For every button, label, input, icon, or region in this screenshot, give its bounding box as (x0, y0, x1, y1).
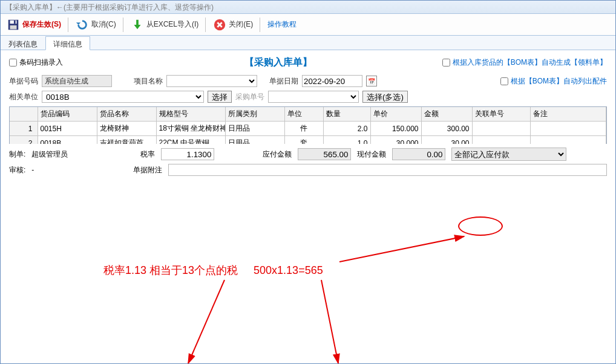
party-select[interactable]: 0018B (42, 91, 204, 103)
audit-label: 审核: (9, 165, 25, 175)
annotation-ellipse-amount (458, 216, 503, 236)
bom-list-label: 根据【BOM表】自动列出配件 (511, 76, 607, 86)
payment-mode-select[interactable]: 全部记入应付款 (451, 148, 566, 161)
svg-rect-3 (10, 25, 17, 28)
audit-value: - (31, 166, 34, 174)
svg-line-6 (188, 280, 224, 363)
separator (205, 18, 206, 32)
calendar-icon[interactable]: 📅 (366, 76, 377, 86)
tutorial-link[interactable]: 操作教程 (265, 18, 299, 31)
cash-value (392, 148, 445, 160)
rate-label: 税率 (140, 149, 155, 160)
party-label: 相关单位 (9, 92, 38, 102)
doc-date-input[interactable] (302, 75, 362, 87)
form-title: 【采购入库单】 (244, 56, 312, 69)
maker-value: 超级管理员 (31, 149, 68, 160)
svg-rect-2 (14, 20, 16, 24)
table-row[interactable]: 10015H龙椅财神18寸紫铜 坐龙椅财神日用品件2.0150.000300.0… (10, 122, 606, 136)
barcode-label: 条码扫描录入 (19, 57, 63, 68)
save-label: 保存生效(S) (22, 19, 61, 30)
separator (68, 18, 68, 32)
save-button[interactable]: 保存生效(S) (4, 16, 63, 33)
close-button[interactable]: 关闭(E) (211, 16, 255, 33)
window-title: 【采购入库单】←(主要用于根据采购订单进行入库、退货等操作) (1, 1, 615, 14)
bom-auto-checkbox[interactable]: 根据入库货品的【BOM表】自动生成【领料单】 (442, 57, 607, 68)
separator (123, 18, 123, 32)
attach-input[interactable] (168, 164, 607, 176)
barcode-checkbox[interactable]: 条码扫描录入 (9, 57, 63, 68)
svg-rect-1 (10, 20, 17, 24)
po-select[interactable] (268, 91, 359, 103)
cancel-label: 取消(C) (91, 19, 116, 30)
doc-date-label: 单据日期 (269, 76, 298, 86)
undo-icon (75, 18, 90, 32)
cancel-button[interactable]: 取消(C) (73, 16, 118, 33)
tabs: 列表信息 详细信息 (1, 36, 615, 50)
bom-auto-label: 根据入库货品的【BOM表】自动生成【领料单】 (453, 57, 607, 68)
grid-header-row: 货品编码 货品名称 规格型号 所属类别 单位 数量 单价 金额 关联单号 备注 (10, 107, 606, 122)
rate-input[interactable] (161, 148, 214, 160)
payable-label: 应付金额 (263, 149, 292, 160)
project-label: 项目名称 (134, 76, 163, 86)
separator (260, 18, 260, 32)
maker-label: 制单: (9, 149, 25, 160)
payable-value (298, 148, 351, 160)
select-multi-button[interactable]: 选择(多选) (362, 91, 408, 103)
bom-list-checkbox[interactable]: 根据【BOM表】自动列出配件 (500, 76, 607, 86)
import-label: 从EXCEL导入(I) (146, 19, 199, 30)
cash-label: 现付金额 (357, 149, 386, 160)
content: 条码扫描录入 【采购入库单】 根据入库货品的【BOM表】自动生成【领料单】 单据… (1, 50, 615, 184)
svg-line-7 (321, 280, 338, 363)
attach-label: 单据附注 (133, 165, 162, 175)
project-select[interactable] (166, 75, 257, 87)
select-party-button[interactable]: 选择 (208, 91, 232, 103)
close-icon (212, 18, 227, 32)
tab-detail[interactable]: 详细信息 (45, 36, 90, 50)
doc-no-label: 单据号码 (9, 76, 38, 86)
tab-list[interactable]: 列表信息 (1, 36, 45, 50)
close-label: 关闭(E) (229, 19, 253, 30)
import-button[interactable]: 从EXCEL导入(I) (128, 16, 201, 33)
download-arrow-icon (130, 18, 145, 32)
toolbar: 保存生效(S) 取消(C) 从EXCEL导入(I) 关闭(E) 操作教程 (1, 14, 615, 36)
doc-no-value: 系统自动生成 (42, 75, 112, 87)
po-label: 采购单号 (235, 92, 264, 102)
footer: 制单: 超级管理员 税率 应付金额 现付金额 全部记入应付款 审核: - 单据附… (1, 144, 615, 184)
floppy-icon (6, 18, 21, 32)
annotation-text: 税率1.13 相当于13个点的税500x1.13=565 (103, 263, 323, 278)
svg-line-5 (339, 236, 464, 262)
